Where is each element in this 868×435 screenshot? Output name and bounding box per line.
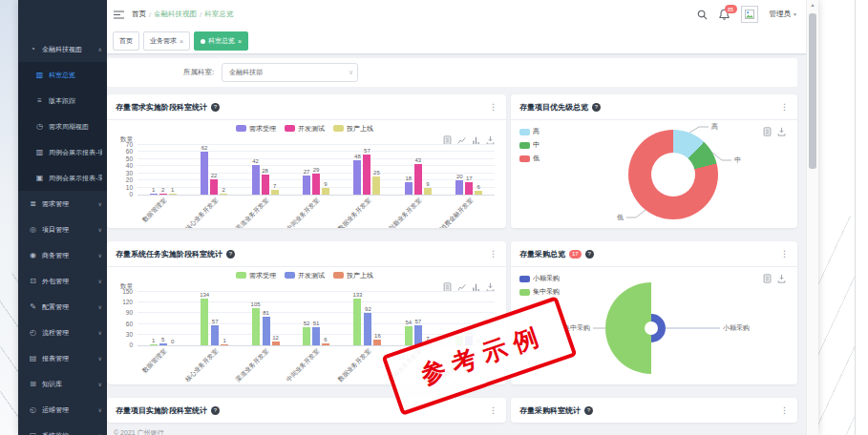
tab-close-icon[interactable]: × [180,38,183,45]
bar[interactable] [364,313,371,345]
help-icon[interactable]: ? [211,406,220,415]
scrollbar-thumb[interactable] [809,13,816,169]
bar[interactable] [271,190,279,195]
bar[interactable] [221,344,228,345]
scroll-up-icon[interactable]: ▲ [807,0,818,10]
help-icon[interactable]: ? [584,406,593,415]
sidebar-item[interactable]: ▢系统监控∨ [18,423,107,435]
bar[interactable] [405,326,413,345]
bar[interactable] [150,344,158,345]
bar[interactable] [211,325,219,345]
sidebar-item[interactable]: ≡版本跟踪 [18,88,107,114]
sidebar-item[interactable]: ◉商务管理∨ [18,242,107,268]
breadcrumb-item[interactable]: 金融科技视图 [154,10,197,19]
bar[interactable] [159,194,167,195]
bar-value-label: 52 [304,321,310,326]
sidebar-item[interactable]: ▤报表管理∨ [18,345,107,371]
tab-item[interactable]: 首页 [113,31,139,51]
bar[interactable] [405,182,413,195]
bar[interactable] [465,182,473,195]
bar-column: 54 [405,292,413,345]
breadcrumb-item[interactable]: 科室总览 [204,10,233,19]
sidebar-item[interactable]: ▥科室总览 [18,62,107,88]
more-icon[interactable]: ⋮ [780,102,789,112]
bar[interactable] [210,179,218,195]
bar[interactable] [169,194,177,195]
bar[interactable] [414,164,422,195]
sidebar-item[interactable]: ◴流程管理∨ [18,320,107,345]
bar[interactable] [373,340,381,345]
legend-item[interactable]: 开发测试 [285,124,325,134]
help-icon[interactable]: ? [592,103,601,112]
legend-item[interactable]: 投产上线 [333,271,373,280]
bar[interactable] [252,308,260,345]
active-dot [201,39,205,44]
avatar[interactable] [741,6,758,23]
y-tick-label: 30 [126,171,133,176]
bar[interactable] [263,317,270,345]
more-icon[interactable]: ⋮ [780,249,789,259]
sidebar-item[interactable]: ⊡外包管理∨ [18,268,107,294]
legend-item[interactable]: 需求受理 [236,271,276,280]
sidebar-item[interactable]: ▣周例会展示报表-采购 [18,165,107,191]
sidebar-collapse-icon[interactable] [114,10,124,19]
bar[interactable] [150,194,158,195]
bar[interactable] [322,188,329,195]
more-icon[interactable]: ⋮ [780,405,789,415]
bar[interactable] [475,191,482,195]
tab-label: 科室总览 [208,36,235,46]
more-icon[interactable]: ⋮ [489,249,498,259]
y-tick-label: 40 [126,163,133,169]
sidebar-item[interactable]: ◷需求周期视图 [18,114,107,139]
notification-bell-icon[interactable]: 85 [719,9,730,20]
page-margin-right [818,0,868,435]
bar[interactable] [262,175,269,195]
help-icon[interactable]: ? [226,250,235,259]
bar[interactable] [220,194,227,195]
department-select[interactable]: 金融科技部 ∨ [222,63,358,82]
sidebar-item[interactable]: ≣需求管理∨ [18,191,107,217]
bar[interactable] [303,327,310,345]
help-icon[interactable]: ? [211,103,220,112]
help-icon[interactable]: ? [585,250,594,259]
bar-value-label: 81 [263,310,269,316]
sidebar-item[interactable]: ▥周例会展示报表-项目 [18,139,107,165]
bar[interactable] [252,165,260,195]
tab-close-icon[interactable]: × [238,38,242,45]
more-icon[interactable]: ⋮ [489,102,498,112]
bar[interactable] [455,180,463,195]
legend-item[interactable]: 需求受理 [236,124,276,134]
bar[interactable] [353,160,361,195]
sidebar-item[interactable]: ◵运维管理∨ [18,397,107,423]
bar[interactable] [353,299,361,345]
more-icon[interactable]: ⋮ [489,405,498,415]
bar[interactable] [363,155,370,195]
bar[interactable] [201,152,208,195]
user-menu[interactable]: 管理员 ▼ [770,10,797,19]
bar[interactable] [201,299,208,345]
tab-active[interactable]: 科室总览× [194,31,248,51]
legend-item[interactable]: 开发测试 [285,271,325,280]
bar[interactable] [303,176,310,195]
search-icon[interactable] [697,10,708,20]
sidebar-item[interactable]: ◎项目管理∨ [18,217,107,242]
bar-column: 7 [271,145,279,195]
sidebar-item[interactable]: ✎配置管理∨ [18,294,107,320]
sidebar-item[interactable]: ⊞知识库∨ [18,371,107,397]
bar-column: 1 [150,292,158,345]
legend-item[interactable]: 投产上线 [333,124,373,134]
sidebar-group-fintech-view[interactable]: ◔金融科技视图∧ [18,36,107,62]
scrollbar[interactable]: ▲ [806,0,818,435]
tab-item[interactable]: 业务需求× [143,31,190,51]
y-tick-label: 150 [122,289,133,295]
bar[interactable] [272,342,280,345]
bar[interactable] [159,343,167,345]
bar[interactable] [312,174,320,195]
bar[interactable] [372,176,380,195]
bar[interactable] [424,188,432,195]
navbar-actions: 85 管理员 ▼ [697,6,797,23]
x-axis-label: 中间业务开发室 [290,346,341,384]
bar-column: 1 [221,292,228,345]
bar[interactable] [322,343,329,345]
bar[interactable] [312,327,320,345]
